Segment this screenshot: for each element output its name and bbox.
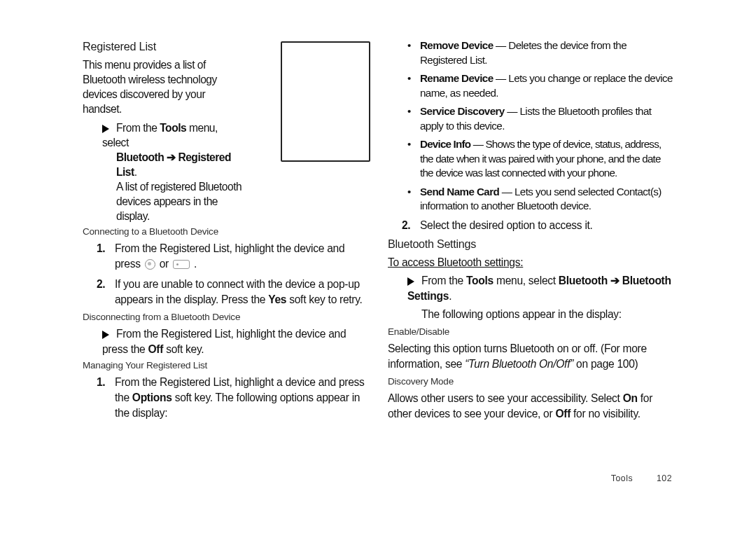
connect-steps: 1.From the Registered List, highlight th…	[97, 241, 370, 307]
arrow-icon: ➔	[610, 273, 620, 289]
manage-steps: 1.From the Registered List, highlight a …	[97, 375, 370, 421]
registered-list-section: Registered List This menu provides a lis…	[83, 40, 370, 223]
page-footer: Tools 102	[611, 473, 672, 483]
step-path: Bluetooth ➔ Registered List.	[116, 150, 244, 179]
step-open-registered-list: From the Tools menu, select Bluetooth ➔ …	[102, 120, 244, 223]
arrow-icon: ➔	[167, 150, 176, 165]
step-result-b: devices appears in the display.	[116, 194, 244, 223]
option-remove: Remove Device — Deletes the device from …	[407, 39, 676, 67]
manage-step-2: 2.Select the desired option to access it…	[402, 218, 676, 233]
access-settings-lead: To access Bluetooth settings:	[388, 255, 676, 270]
step-line: From the Tools menu, select	[102, 120, 244, 150]
option-service-discovery: Service Discovery — Lists the Bluetooth …	[407, 104, 676, 133]
disconnect-step: From the Registered List, highlight the …	[102, 326, 370, 357]
heading-managing: Managing Your Registered List	[83, 360, 370, 371]
manage-steps-cont: 2.Select the desired option to access it…	[402, 218, 676, 233]
triangle-icon	[102, 331, 109, 339]
heading-connecting: Connecting to a Bluetooth Device	[83, 226, 370, 237]
connect-step-2: 2.If you are unable to connect with the …	[97, 277, 370, 307]
phone-screenshot-placeholder	[281, 41, 370, 162]
right-column: Remove Device — Deletes the device from …	[388, 39, 676, 425]
intro-block: This menu provides a list of Bluetooth w…	[83, 57, 244, 223]
settings-result: The following options appear in the disp…	[421, 307, 676, 322]
triangle-icon	[407, 277, 414, 286]
manual-page: Registered List This menu provides a lis…	[0, 0, 756, 540]
left-column: Registered List This menu provides a lis…	[83, 39, 370, 425]
manage-step-1: 1.From the Registered List, highlight a …	[97, 375, 370, 421]
connect-step-1: 1.From the Registered List, highlight th…	[97, 241, 370, 272]
enable-disable-text: Selecting this option turns Bluetooth on…	[388, 341, 676, 372]
ok-key-icon	[145, 259, 155, 270]
intro-text: This menu provides a list of Bluetooth w…	[83, 57, 244, 116]
option-device-info: Device Info — Shows the type of device, …	[407, 137, 676, 181]
heading-enable-disable: Enable/Disable	[388, 326, 676, 337]
two-column-layout: Registered List This menu provides a lis…	[83, 39, 676, 425]
option-send-name-card: Send Name Card — Lets you send selected …	[407, 185, 676, 214]
triangle-icon	[102, 125, 109, 133]
heading-disconnecting: Disconnecting from a Bluetooth Device	[83, 312, 370, 322]
softkey-icon	[173, 260, 190, 269]
page-number: 102	[657, 473, 672, 483]
step-result-a: A list of registered Bluetooth	[116, 179, 244, 194]
step-open-bt-settings: From the Tools menu, select Bluetooth ➔ …	[407, 273, 676, 322]
footer-section: Tools	[611, 473, 633, 483]
heading-discovery-mode: Discovery Mode	[388, 376, 676, 387]
options-list: Remove Device — Deletes the device from …	[407, 39, 676, 214]
heading-bluetooth-settings: Bluetooth Settings	[388, 237, 676, 251]
discovery-mode-text: Allows other users to see your accessibi…	[388, 391, 676, 422]
option-rename: Rename Device — Lets you change or repla…	[407, 71, 676, 100]
